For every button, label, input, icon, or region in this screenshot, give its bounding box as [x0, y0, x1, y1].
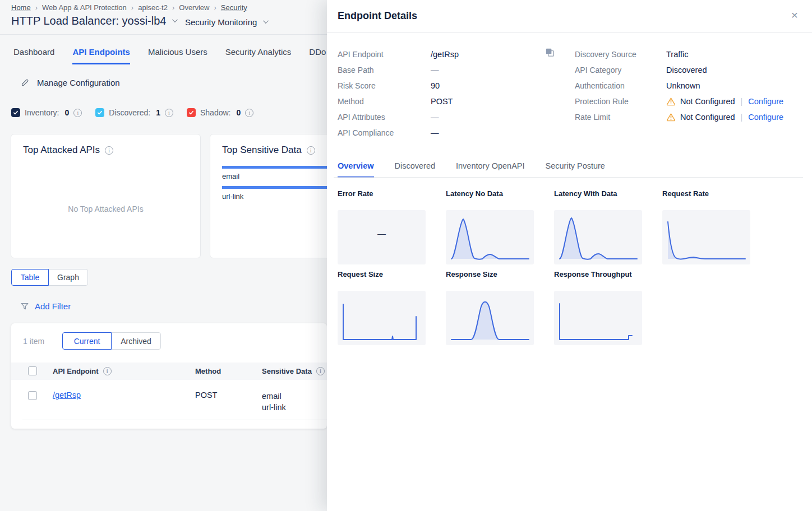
add-filter-label: Add Filter: [35, 301, 71, 311]
discovered-checkbox[interactable]: [95, 108, 104, 117]
table-view-button[interactable]: Table: [11, 269, 49, 286]
counter-label: Shadow:: [200, 108, 230, 117]
info-icon[interactable]: i: [103, 367, 112, 375]
close-icon[interactable]: ×: [791, 9, 798, 21]
column-header-method[interactable]: Method: [195, 367, 221, 375]
detail-value: —: [431, 66, 439, 75]
chart-title: Error Rate: [338, 189, 426, 197]
details-left-column: API Endpoint /getRsp Base Path — Risk Sc…: [338, 47, 539, 141]
select-all-checkbox[interactable]: [28, 366, 37, 375]
column-label: API Endpoint: [53, 367, 99, 375]
monitoring-mode-select[interactable]: Security Monitoring: [185, 17, 267, 27]
breadcrumb-separator: ›: [172, 3, 174, 12]
panel-tabs-divider: [334, 177, 803, 178]
panel-divider: [327, 32, 812, 32]
latency-with-data-chart: Latency With Data: [554, 189, 642, 264]
detail-label: Protection Rule: [575, 97, 666, 106]
endpoint-details-panel: Endpoint Details × API Endpoint /getRsp …: [327, 0, 812, 511]
tab-malicious-users[interactable]: Malicious Users: [148, 47, 207, 64]
shadow-checkbox[interactable]: [187, 108, 196, 117]
breadcrumb-item-namespace[interactable]: apisec-t2: [138, 3, 168, 12]
info-icon[interactable]: i: [105, 146, 113, 155]
no-data-dash: —: [377, 229, 386, 238]
warning-icon: [666, 113, 676, 122]
chart-title: Response Throughput: [554, 270, 642, 278]
info-icon[interactable]: i: [307, 146, 315, 155]
method-cell: POST: [195, 391, 217, 399]
chevron-down-icon: [172, 17, 178, 22]
add-filter-button[interactable]: Add Filter: [20, 301, 71, 311]
breadcrumb-separator: ›: [214, 3, 216, 12]
sparkline: [446, 210, 534, 264]
divider-pipe: |: [741, 113, 743, 122]
detail-row-api-compliance: API Compliance —: [338, 125, 539, 141]
panel-tab-inventory-openapi[interactable]: Inventory OpenAPI: [456, 161, 525, 178]
column-header-api-endpoint[interactable]: API Endpoint i: [53, 367, 112, 375]
info-icon[interactable]: i: [245, 109, 253, 117]
monitoring-mode-label: Security Monitoring: [185, 17, 257, 27]
counter-shadow: Shadow: 0 i: [187, 108, 253, 117]
counter-inventory: Inventory: 0 i: [11, 108, 82, 117]
detail-row-api-category: API Category Discovered: [575, 62, 810, 78]
status-text: Not Configured: [680, 113, 735, 122]
detail-row-discovery-source: Discovery Source Traffic: [575, 47, 810, 62]
detail-label: Discovery Source: [575, 50, 666, 59]
endpoint-link[interactable]: /getRsp: [53, 391, 81, 399]
detail-label: Authentication: [575, 81, 666, 90]
manage-configuration-button[interactable]: Manage Configuration: [20, 78, 120, 87]
check-icon: [97, 110, 103, 115]
pencil-icon: [20, 78, 30, 87]
sensitive-data-value: email: [262, 391, 286, 402]
detail-label: API Compliance: [338, 128, 431, 137]
empty-state-text: No Top Attacked APIs: [11, 205, 200, 213]
counter-discovered: Discovered: 1 i: [95, 108, 173, 117]
configure-rate-limit-link[interactable]: Configure: [748, 113, 783, 122]
breadcrumb-item-overview[interactable]: Overview: [179, 3, 209, 12]
current-tab-button[interactable]: Current: [62, 332, 112, 350]
configure-protection-rule-link[interactable]: Configure: [748, 97, 783, 106]
tab-ddos[interactable]: DDo: [309, 47, 326, 64]
charts-row-2: Request Size Response Size Response Thro…: [338, 270, 642, 345]
request-size-chart: Request Size: [338, 270, 426, 345]
chart-title: Request Size: [338, 270, 426, 278]
panel-tab-security-posture[interactable]: Security Posture: [546, 161, 605, 178]
panel-tab-overview[interactable]: Overview: [338, 161, 374, 178]
column-header-sensitive-data[interactable]: Sensitive Data i: [262, 367, 325, 375]
detail-value: Unknown: [666, 81, 700, 90]
copy-icon[interactable]: [545, 47, 555, 60]
state-toggle: Current Archived: [62, 332, 161, 350]
tab-api-endpoints[interactable]: API Endpoints: [72, 47, 130, 64]
breadcrumb-item-security[interactable]: Security: [221, 3, 247, 12]
detail-row-protection-rule: Protection Rule Not Configured | Configu…: [575, 94, 810, 109]
row-checkbox[interactable]: [28, 391, 37, 400]
panel-tab-discovered[interactable]: Discovered: [395, 161, 436, 178]
tab-dashboard[interactable]: Dashboard: [13, 47, 54, 64]
breadcrumb-separator: ›: [131, 3, 133, 12]
counter-label: Discovered:: [109, 108, 150, 117]
check-icon: [13, 110, 19, 115]
panel-title: Endpoint Details: [338, 10, 417, 22]
info-icon[interactable]: i: [73, 109, 82, 117]
manage-configuration-label: Manage Configuration: [37, 78, 120, 87]
latency-no-data-chart: Latency No Data: [446, 189, 534, 264]
breadcrumb-item-waap[interactable]: Web App & API Protection: [42, 3, 127, 12]
detail-label: API Category: [575, 66, 666, 75]
detail-row-api-endpoint: API Endpoint /getRsp: [338, 47, 539, 62]
detail-row-method: Method POST: [338, 94, 539, 109]
breadcrumb-item-home[interactable]: Home: [11, 3, 31, 12]
detail-value: POST: [431, 97, 453, 106]
graph-view-button[interactable]: Graph: [48, 269, 88, 286]
info-icon[interactable]: i: [165, 109, 173, 117]
info-icon[interactable]: i: [316, 367, 325, 375]
panel-tab-bar: Overview Discovered Inventory OpenAPI Se…: [338, 161, 605, 178]
chevron-down-icon: [263, 18, 269, 24]
detail-value: 90: [431, 81, 440, 90]
tab-security-analytics[interactable]: Security Analytics: [225, 47, 292, 64]
detail-row-risk-score: Risk Score 90: [338, 78, 539, 94]
detail-row-rate-limit: Rate Limit Not Configured | Configure: [575, 109, 810, 125]
inventory-checkbox[interactable]: [11, 108, 20, 117]
archived-tab-button[interactable]: Archived: [111, 332, 161, 350]
page-title[interactable]: HTTP Load Balancer: yossi-lb4: [11, 15, 176, 27]
sparkline: [338, 291, 426, 345]
row-divider: [22, 420, 327, 420]
